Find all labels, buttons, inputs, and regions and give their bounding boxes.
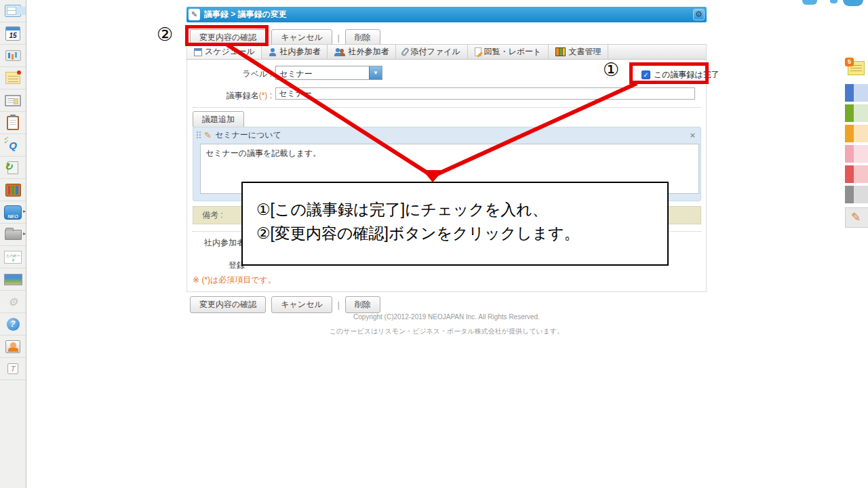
bottom-toolbar: 変更内容の確認 キャンセル | 削除 [190, 296, 380, 313]
tab-label: 文書管理 [568, 46, 601, 58]
sidebar-item-banner[interactable] [0, 268, 26, 291]
divider [193, 107, 701, 108]
pencil-icon: ✎ [851, 210, 861, 224]
whiteboard-icon [5, 95, 21, 106]
sidebar-item-text-tool[interactable]: T [0, 358, 26, 380]
text-icon: T [7, 363, 18, 374]
tab-schedule[interactable]: スケジュール [187, 45, 262, 59]
label-swatch-blue[interactable] [845, 84, 868, 102]
tab-internal-participants[interactable]: 社内参加者 [262, 45, 328, 59]
topic-header: ✎ セミナーについて × [193, 127, 701, 143]
sidebar-item-support[interactable] [0, 336, 26, 358]
tanomail-icon: たのめ〜る [4, 251, 22, 264]
operator-icon [5, 340, 20, 353]
sidebar-item-clipboard[interactable] [0, 112, 26, 134]
sidebar-item-presentation[interactable] [0, 45, 26, 67]
breadcrumb: 議事録 > 議事録の変更 [204, 9, 287, 20]
required-mark: (*) [259, 91, 268, 100]
memo-shortcut[interactable]: 5 [845, 58, 868, 78]
app-sidebar: 15 Q NEO たのめ〜る ⚙ ? T [0, 0, 26, 488]
tab-circulation-report[interactable]: 回覧・レポート [468, 45, 549, 59]
sidebar-item-schedule[interactable]: 15 [0, 22, 26, 45]
sidebar-item-document-management[interactable] [0, 179, 26, 201]
label-swatch-red[interactable] [845, 165, 868, 183]
banner-image [4, 274, 22, 285]
label-field-label: ラベル : [187, 68, 272, 80]
sidebar-item-portal[interactable] [0, 0, 26, 22]
label-select[interactable]: セミナー ▼ [275, 66, 382, 80]
pencil-icon: ✎ [204, 130, 212, 140]
report-icon [475, 47, 481, 56]
sidebar-item-help[interactable]: ? [0, 313, 26, 336]
clipped-toolbar-icon [830, 0, 837, 3]
portal-icon [5, 5, 21, 17]
help-icon: ? [7, 318, 20, 331]
presentation-icon [5, 50, 21, 61]
close-icon[interactable]: × [690, 130, 695, 140]
highlight-box-complete-checkbox [629, 62, 709, 84]
copyright-text: Copyright (C)2012-2019 NEOJAPAN Inc. All… [186, 313, 707, 321]
sidebar-item-neo[interactable]: NEO [0, 201, 26, 224]
tab-label: スケジュール [205, 46, 254, 58]
sidebar-item-cabinet[interactable] [0, 224, 26, 246]
label-swatch-orange[interactable] [845, 125, 868, 142]
required-note: ※ (*)は必須項目です。 [193, 274, 276, 286]
settings-gear-button[interactable]: ⚙ [693, 9, 705, 20]
delete-button-bottom[interactable]: 削除 [345, 296, 380, 313]
gear-icon: ⚙ [8, 296, 18, 308]
sidebar-item-whiteboard[interactable] [0, 89, 26, 112]
confirm-changes-button-bottom[interactable]: 変更内容の確認 [190, 296, 266, 313]
highlight-box-confirm-button [185, 25, 269, 46]
divider [186, 291, 707, 292]
screen: 15 Q NEO たのめ〜る ⚙ ? T 5 ✎ ✎ 議事録 > 議事録の変更 … [0, 0, 868, 488]
sidebar-item-memo[interactable] [0, 67, 26, 89]
add-topic-button[interactable]: 議題追加 [193, 111, 244, 128]
search-icon: Q [9, 140, 17, 151]
label-select-value: セミナー [276, 66, 369, 79]
label-swatch-gray[interactable] [845, 186, 868, 203]
label-swatch-green[interactable] [845, 104, 868, 122]
minutes-name-input[interactable] [275, 87, 695, 100]
name-field-label: 議事録名(*) : [187, 90, 272, 102]
tab-document-management[interactable]: 文書管理 [549, 45, 608, 59]
button-divider: | [338, 300, 340, 310]
tab-external-participants[interactable]: 社外参加者 [328, 45, 396, 59]
button-divider: | [338, 33, 340, 43]
clipped-toolbar-icon [843, 0, 863, 6]
note-icon [5, 72, 20, 84]
internal-participants-label: 社内参加者 [204, 237, 245, 249]
sidebar-item-tanomail[interactable]: たのめ〜る [0, 246, 26, 268]
step-1-badge: ① [603, 61, 619, 79]
cancel-button-bottom[interactable]: キャンセル [271, 296, 332, 313]
instruction-line-2: ②[変更内容の確認]ボタンをクリックします。 [256, 222, 667, 245]
tab-bar: スケジュール 社内参加者 社外参加者 添付ファイル 回覧・レポート 文書管理 [186, 44, 707, 60]
tab-attachments[interactable]: 添付ファイル [396, 45, 467, 59]
person-icon [269, 48, 277, 56]
edit-labels-shortcut[interactable]: ✎ [845, 207, 868, 228]
clipped-toolbar-icon [802, 0, 817, 5]
drag-handle-icon[interactable] [196, 130, 201, 141]
clipboard-icon [7, 116, 19, 130]
label-swatch-pink[interactable] [845, 145, 868, 163]
calendar-day: 15 [9, 31, 16, 40]
sidebar-item-settings[interactable]: ⚙ [0, 291, 26, 313]
tab-label: 社外参加者 [348, 46, 389, 58]
bookshelf-icon [5, 184, 21, 197]
sidebar-item-search[interactable]: Q [0, 134, 26, 157]
calendar-icon: 15 [5, 26, 20, 41]
sidebar-item-circulation[interactable] [0, 157, 26, 179]
topic-title: セミナーについて [215, 129, 281, 141]
paperclip-icon [401, 47, 410, 57]
provider-text: このサービスはリスモン・ビジネス・ポータル株式会社が提供しています。 [186, 327, 707, 336]
tab-label: 社内参加者 [279, 46, 320, 58]
tab-label: 添付ファイル [410, 46, 460, 58]
memo-count-badge: 5 [845, 58, 854, 66]
step-2-badge: ② [157, 26, 173, 44]
circulation-icon [7, 161, 18, 174]
neo-icon: NEO [4, 205, 22, 220]
tab-label: 回覧・レポート [484, 46, 542, 58]
books-icon [555, 47, 566, 56]
calendar-icon [194, 48, 202, 56]
chevron-down-icon: ▼ [369, 66, 382, 79]
instruction-callout: ①[この議事録は完了]にチェックを入れ、 ②[変更内容の確認]ボタンをクリックし… [241, 182, 669, 266]
